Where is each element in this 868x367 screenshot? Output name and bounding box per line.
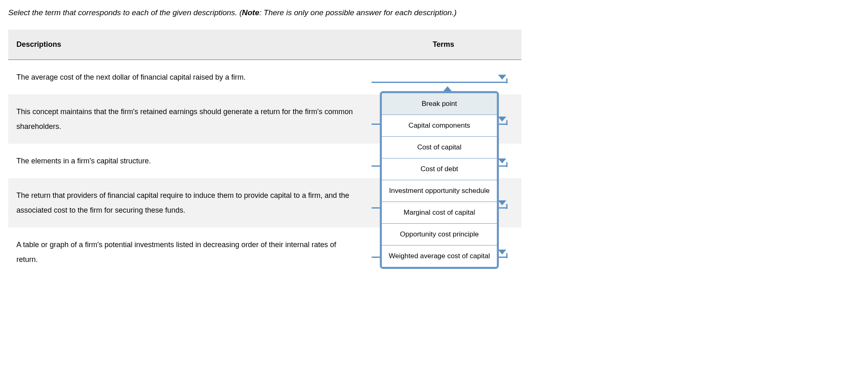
chevron-down-icon	[498, 200, 506, 205]
column-header-terms: Terms	[365, 30, 521, 60]
chevron-down-icon	[498, 158, 506, 163]
dropdown-option[interactable]: Investment opportunity schedule	[382, 180, 497, 202]
dropdown-option[interactable]: Cost of debt	[382, 158, 497, 180]
matching-table: Descriptions Terms The average cost of t…	[8, 30, 521, 277]
table-header-row: Descriptions Terms	[8, 30, 521, 60]
chevron-down-icon	[498, 75, 506, 80]
description-cell: A table or graph of a firm's potential i…	[8, 227, 365, 277]
dropdown-option[interactable]: Break point	[382, 93, 497, 115]
dropdown-open-panel: Break point Capital components Cost of c…	[380, 86, 499, 269]
term-dropdown-1[interactable]	[372, 71, 507, 83]
instruction-suffix: : There is only one possible answer for …	[259, 8, 457, 17]
instruction-prefix: Select the term that corresponds to each…	[8, 8, 242, 17]
description-cell: This concept maintains that the firm's r…	[8, 94, 365, 144]
dropdown-options-list: Break point Capital components Cost of c…	[380, 91, 499, 269]
dropdown-option[interactable]: Cost of capital	[382, 137, 497, 158]
description-cell: The average cost of the next dollar of f…	[8, 60, 365, 94]
instruction-note-label: Note	[242, 8, 259, 17]
dropdown-option[interactable]: Opportunity cost principle	[382, 224, 497, 245]
description-cell: The elements in a firm's capital structu…	[8, 144, 365, 178]
dropdown-option[interactable]: Marginal cost of capital	[382, 202, 497, 224]
description-cell: The return that providers of financial c…	[8, 178, 365, 227]
dropdown-underline	[372, 82, 507, 83]
dropdown-option[interactable]: Weighted average cost of capital	[382, 245, 497, 267]
dropdown-option[interactable]: Capital components	[382, 115, 497, 137]
chevron-up-icon	[443, 86, 452, 91]
chevron-down-icon	[498, 250, 506, 255]
column-header-descriptions: Descriptions	[8, 30, 365, 60]
instruction-text: Select the term that corresponds to each…	[8, 8, 860, 17]
chevron-down-icon	[498, 117, 506, 122]
